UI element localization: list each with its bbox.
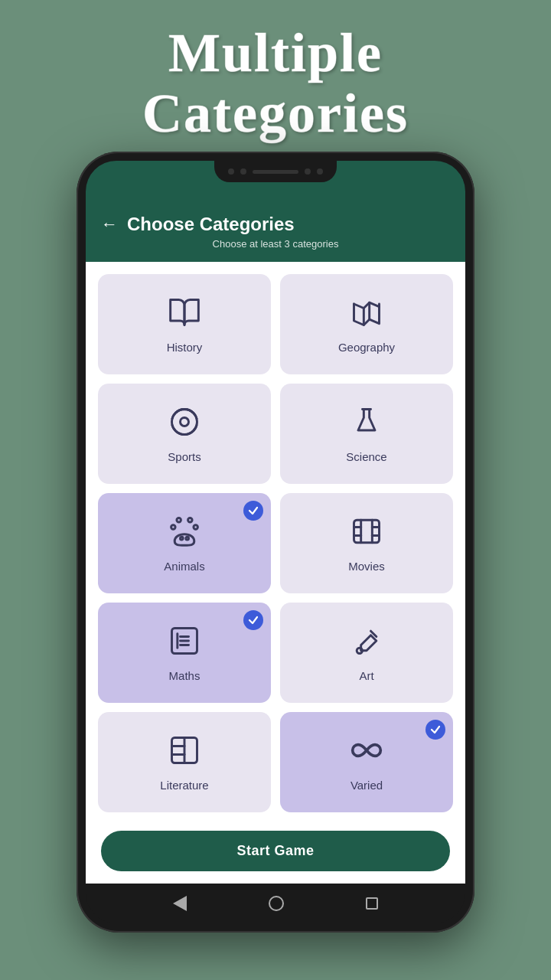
header-subtitle: Choose at least 3 categories xyxy=(101,238,450,250)
phone-screen: ← Choose Categories Choose at least 3 ca… xyxy=(86,203,465,884)
svg-point-7 xyxy=(186,537,189,540)
category-item-animals[interactable]: Animals xyxy=(98,493,271,593)
category-item-movies[interactable]: Movies xyxy=(280,493,453,593)
science-icon xyxy=(350,405,383,444)
back-button[interactable]: ← xyxy=(101,214,118,234)
varied-label: Varied xyxy=(350,779,383,792)
phone-wrapper: ← Choose Categories Choose at least 3 ca… xyxy=(77,152,474,933)
categories-grid: HistoryGeographySportsScienceAnimalsMovi… xyxy=(86,262,465,822)
sports-label: Sports xyxy=(168,450,201,463)
svg-point-0 xyxy=(172,409,197,434)
svg-point-6 xyxy=(181,537,184,540)
animals-icon xyxy=(168,514,201,554)
nav-recent-icon[interactable] xyxy=(366,897,378,910)
movies-label: Movies xyxy=(348,560,385,573)
animals-label: Animals xyxy=(164,560,204,573)
svg-point-2 xyxy=(177,518,181,522)
category-item-literature[interactable]: Literature xyxy=(98,712,271,812)
page-background-title: Multiple Categories xyxy=(142,23,409,144)
phone-notch-area xyxy=(86,161,465,203)
history-label: History xyxy=(167,341,203,354)
category-item-maths[interactable]: Maths xyxy=(98,603,271,703)
category-item-geography[interactable]: Geography xyxy=(280,274,453,374)
svg-rect-8 xyxy=(354,520,380,542)
nav-home-icon[interactable] xyxy=(269,896,284,911)
nav-back-icon[interactable] xyxy=(173,896,187,911)
svg-point-3 xyxy=(188,518,193,522)
movies-icon xyxy=(350,514,383,554)
start-game-button[interactable]: Start Game xyxy=(101,831,450,871)
sports-icon xyxy=(168,405,201,444)
category-item-varied[interactable]: Varied xyxy=(280,712,453,812)
header-title: Choose Categories xyxy=(127,214,295,235)
notch xyxy=(214,161,337,182)
maths-icon xyxy=(168,624,201,663)
maths-label: Maths xyxy=(169,669,201,682)
animals-check-badge xyxy=(243,501,263,521)
varied-check-badge xyxy=(425,720,445,740)
varied-icon xyxy=(350,733,383,773)
phone-bottom-nav xyxy=(86,884,465,923)
category-item-science[interactable]: Science xyxy=(280,384,453,484)
art-label: Art xyxy=(359,669,373,682)
category-item-history[interactable]: History xyxy=(98,274,271,374)
art-icon xyxy=(350,624,383,663)
svg-point-4 xyxy=(171,525,176,530)
science-label: Science xyxy=(346,450,386,463)
svg-point-1 xyxy=(181,417,189,426)
literature-icon xyxy=(168,733,201,773)
start-button-area: Start Game xyxy=(86,822,465,884)
category-item-sports[interactable]: Sports xyxy=(98,384,271,484)
svg-point-20 xyxy=(357,648,362,653)
geography-icon xyxy=(350,296,383,335)
maths-check-badge xyxy=(243,610,263,630)
category-item-art[interactable]: Art xyxy=(280,603,453,703)
app-header: ← Choose Categories Choose at least 3 ca… xyxy=(86,203,465,262)
history-icon xyxy=(168,296,201,335)
literature-label: Literature xyxy=(160,779,208,792)
geography-label: Geography xyxy=(338,341,395,354)
svg-point-5 xyxy=(194,525,197,530)
